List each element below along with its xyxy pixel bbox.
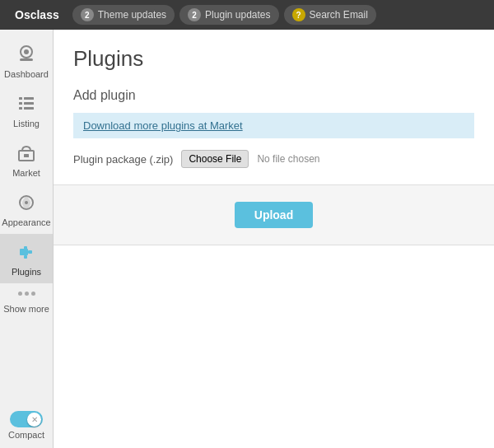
plugin-updates-badge: 2 bbox=[188, 8, 201, 21]
search-email-button[interactable]: ? Search Email bbox=[284, 5, 376, 25]
show-more-label[interactable]: Show more bbox=[3, 304, 49, 314]
sidebar-plugins-label: Plugins bbox=[12, 267, 41, 277]
appearance-icon bbox=[15, 191, 38, 214]
page-title: Plugins bbox=[73, 46, 474, 72]
listing-icon bbox=[15, 92, 38, 115]
theme-updates-badge: 2 bbox=[81, 8, 94, 21]
show-more-dots[interactable] bbox=[18, 283, 35, 304]
svg-point-2 bbox=[24, 49, 29, 54]
sidebar-appearance-label: Appearance bbox=[2, 217, 50, 227]
theme-updates-label: Theme updates bbox=[98, 9, 166, 21]
svg-rect-8 bbox=[24, 107, 34, 110]
search-email-badge: ? bbox=[292, 8, 305, 21]
sidebar-listing-label: Listing bbox=[13, 119, 40, 128]
upload-section: Upload bbox=[54, 184, 494, 245]
toggle-x-icon: ✕ bbox=[31, 415, 38, 424]
sidebar: Dashboard Listing bbox=[0, 30, 54, 448]
market-icon bbox=[15, 142, 38, 165]
svg-rect-10 bbox=[24, 154, 29, 157]
plugin-updates-label: Plugin updates bbox=[205, 9, 270, 21]
plugin-updates-button[interactable]: 2 Plugin updates bbox=[179, 5, 278, 25]
topbar: Osclass 2 Theme updates 2 Plugin updates… bbox=[0, 0, 494, 30]
compact-toggle-switch[interactable]: ✕ bbox=[10, 411, 43, 427]
dashboard-icon bbox=[15, 43, 38, 66]
svg-rect-16 bbox=[24, 255, 27, 259]
main-content: Plugins Add plugin Download more plugins… bbox=[54, 30, 494, 448]
section-title: Add plugin bbox=[73, 88, 474, 103]
dot-2 bbox=[25, 292, 29, 296]
svg-rect-7 bbox=[19, 107, 22, 110]
compact-toggle[interactable]: ✕ Compact bbox=[8, 411, 44, 440]
brand-logo: Osclass bbox=[7, 0, 68, 30]
compact-label: Compact bbox=[8, 430, 44, 440]
search-email-label: Search Email bbox=[310, 9, 368, 21]
sidebar-item-dashboard[interactable]: Dashboard bbox=[0, 36, 53, 86]
market-link-banner[interactable]: Download more plugins at Market bbox=[73, 113, 474, 138]
svg-rect-15 bbox=[24, 246, 27, 250]
sidebar-item-appearance[interactable]: Appearance bbox=[0, 184, 53, 234]
upload-button[interactable]: Upload bbox=[235, 202, 313, 228]
sidebar-item-listing[interactable]: Listing bbox=[0, 86, 53, 135]
no-file-text: No file chosen bbox=[257, 153, 319, 165]
svg-point-12 bbox=[25, 201, 28, 204]
plugins-icon bbox=[15, 240, 38, 264]
upload-row: Plugin package (.zip) Choose File No fil… bbox=[73, 150, 474, 168]
file-input-label: Plugin package (.zip) bbox=[73, 153, 173, 166]
svg-rect-3 bbox=[19, 97, 22, 100]
svg-rect-6 bbox=[24, 102, 34, 105]
toggle-knob: ✕ bbox=[27, 413, 41, 427]
theme-updates-button[interactable]: 2 Theme updates bbox=[72, 5, 175, 25]
dot-1 bbox=[18, 292, 22, 296]
svg-rect-1 bbox=[20, 58, 33, 61]
svg-rect-14 bbox=[28, 250, 32, 254]
sidebar-item-market[interactable]: Market bbox=[0, 135, 53, 184]
sidebar-bottom: ✕ Compact bbox=[8, 411, 44, 448]
sidebar-market-label: Market bbox=[12, 168, 40, 178]
svg-rect-13 bbox=[20, 249, 28, 255]
choose-file-button[interactable]: Choose File bbox=[181, 150, 249, 168]
svg-rect-4 bbox=[24, 97, 34, 100]
svg-rect-5 bbox=[19, 102, 22, 105]
sidebar-dashboard-label: Dashboard bbox=[4, 69, 49, 79]
layout: Dashboard Listing bbox=[0, 30, 494, 448]
dot-3 bbox=[31, 292, 35, 296]
sidebar-item-plugins[interactable]: Plugins bbox=[0, 234, 53, 283]
